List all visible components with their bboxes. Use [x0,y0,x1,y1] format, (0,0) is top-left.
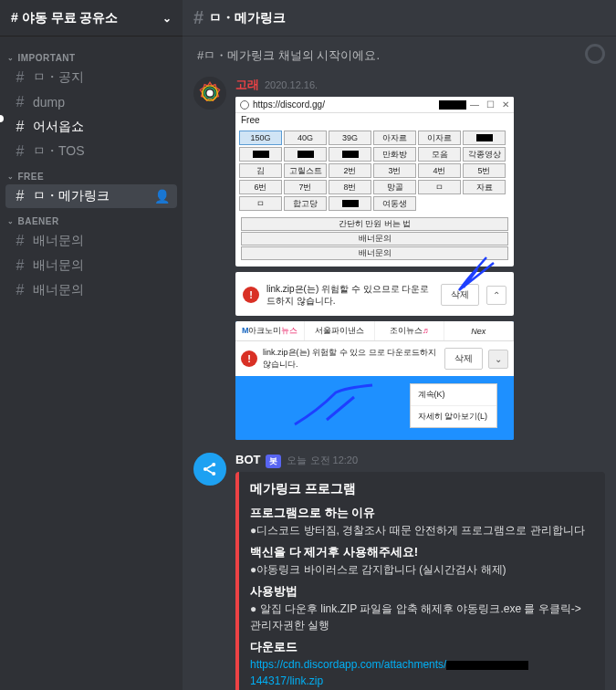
grid-button[interactable]: 150G [239,131,282,145]
grid-button[interactable] [239,147,282,162]
channel-sidebar: # 야동 무료 공유소 ⌄ ⌄IMPORTANT #ㅁ・공지 #dump #어서… [0,0,183,690]
channel-banner-1[interactable]: #배너문의 [5,229,177,253]
download-link-1[interactable]: https://cdn.discordapp.com/attachments/ [250,658,446,671]
tab-2[interactable]: 서울파이낸스 [305,321,374,340]
scribble-icon [441,256,496,292]
message-1: 고래 2020.12.16. https://discord.gg/—☐✕ Fr… [193,77,605,440]
category-free[interactable]: ⌄FREE [0,164,183,183]
grid-button[interactable]: 6번 [239,180,282,194]
delete-button-2[interactable]: 삭제 [444,348,483,370]
grid-button[interactable]: 각종영상 [463,147,506,162]
grid-button[interactable]: 5번 [463,163,506,178]
button-grid: 150G40G39G아자르이자르만화방모음각종영상김고릴스트2번3번4번5번6번… [235,127,514,214]
channel-start-text: #ㅁ・메가링크 채널의 시작이에요. [197,47,601,64]
channel-title: ㅁ・메가링크 [209,10,286,26]
grid-button[interactable]: 39G [329,131,371,145]
message-2: BOT 봇 오늘 오전 12:20 메가링크 프로그램 프로그램으로 하는 이유… [193,453,605,690]
chevron-down-icon[interactable]: ⌄ [488,350,508,369]
channel-megalink[interactable]: #ㅁ・메가링크 👤 [5,184,177,208]
grid-button[interactable] [284,147,327,162]
bot-badge: 봇 [266,455,281,468]
svg-point-0 [207,90,214,97]
long-button-2[interactable]: 배너문의 [241,232,508,246]
grid-button[interactable]: 아자르 [373,131,416,145]
long-button-1[interactable]: 간단히 만원 버는 법 [241,217,508,231]
warning-icon: ! [243,287,259,303]
channel-banner-3[interactable]: #배너문의 [5,278,177,302]
channel-notice[interactable]: #ㅁ・공지 [5,66,177,89]
warning-text-2: link.zip은(는) 위험할 수 있으 므로 다운로드하지 않습니다. [263,347,439,371]
grid-button[interactable]: 이자르 [418,131,461,145]
grid-button[interactable]: 2번 [329,163,371,178]
channel-dump[interactable]: #dump [5,90,177,114]
chat-header: # ㅁ・메가링크 [183,0,616,37]
grid-button[interactable] [463,131,506,145]
channel-welcome[interactable]: #어서옵쇼 [5,115,177,139]
channel-list: ⌄IMPORTANT #ㅁ・공지 #dump #어서옵쇼 #ㅁ・TOS ⌄FRE… [0,37,183,690]
category-baener[interactable]: ⌄BAENER [0,209,183,228]
grid-button[interactable]: 자료 [463,180,506,194]
context-menu[interactable]: 계속(K) 자세히 알아보기(L) [410,383,498,428]
grid-button[interactable]: 여동생 [373,196,416,211]
grid-button[interactable]: 3번 [373,163,416,178]
scribble-icon [290,383,381,429]
attachment-browser[interactable]: MM아크노미뉴스아크노미뉴스 서울파이낸스 조이뉴스♬ Nex ! link.z… [235,321,514,440]
timestamp: 오늘 오전 12:20 [287,454,358,467]
category-important[interactable]: ⌄IMPORTANT [0,46,183,65]
hash-icon: # [193,7,204,28]
embed-title: 메가링크 프로그램 [250,481,594,497]
grid-button[interactable]: 8번 [329,180,371,194]
loading-icon [585,44,605,64]
username[interactable]: 고래 [235,77,259,93]
chevron-down-icon: ⌄ [162,12,172,25]
grid-button[interactable]: 40G [284,131,327,145]
grid-button[interactable] [329,196,371,211]
grid-button[interactable]: 모음 [418,147,461,162]
tab-1[interactable]: MM아크노미뉴스아크노미뉴스 [235,321,305,340]
grid-button[interactable]: ㅁ [418,180,461,194]
username[interactable]: BOT [235,453,260,466]
embed-card: 메가링크 프로그램 프로그램으로 하는 이유 ●디스코드 방터짐, 경찰조사 때… [235,472,605,690]
grid-button[interactable]: ㅁ [239,196,282,211]
message-list[interactable]: #ㅁ・메가링크 채널의 시작이에요. 고래 2020.12.16. [183,37,616,690]
gear-icon [197,80,223,106]
grid-button[interactable] [329,147,371,162]
tab-4[interactable]: Nex [444,321,514,340]
channel-banner-2[interactable]: #배너문의 [5,254,177,277]
warning-text: link.zip은(는) 위험할 수 있으므로 다운로드하지 않습니다. [266,283,433,307]
download-link-2[interactable]: 144317/link.zip [250,674,323,687]
grid-button[interactable]: 합고당 [284,196,327,211]
grid-button[interactable]: 7번 [284,180,327,194]
warning-icon: ! [241,350,257,367]
menu-continue[interactable]: 계속(K) [411,384,497,406]
grid-button[interactable]: 만화방 [373,147,416,162]
server-name: # 야동 무료 공유소 [11,10,118,26]
avatar-gear[interactable] [193,77,226,110]
attachment-warning[interactable]: ! link.zip은(는) 위험할 수 있으므로 다운로드하지 않습니다. 삭… [235,272,514,316]
menu-learn-more[interactable]: 자세히 알아보기(L) [411,406,497,427]
chat-main: # ㅁ・메가링크 #ㅁ・메가링크 채널의 시작이에요. 고래 [183,0,616,690]
share-icon [201,460,219,478]
globe-icon [240,100,249,110]
timestamp: 2020.12.16. [265,79,318,90]
avatar-share[interactable] [193,453,226,486]
grid-button[interactable]: 김 [239,163,282,178]
grid-button[interactable]: 망골 [373,180,416,194]
grid-button[interactable]: 4번 [418,163,461,178]
tab-3[interactable]: 조이뉴스♬ [375,321,444,340]
server-header[interactable]: # 야동 무료 공유소 ⌄ [0,0,183,37]
add-user-icon[interactable]: 👤 [154,189,170,204]
channel-tos[interactable]: #ㅁ・TOS [5,140,177,163]
grid-button[interactable]: 고릴스트 [284,163,327,178]
attachment-window[interactable]: https://discord.gg/—☐✕ Free 150G40G39G아자… [235,97,514,267]
